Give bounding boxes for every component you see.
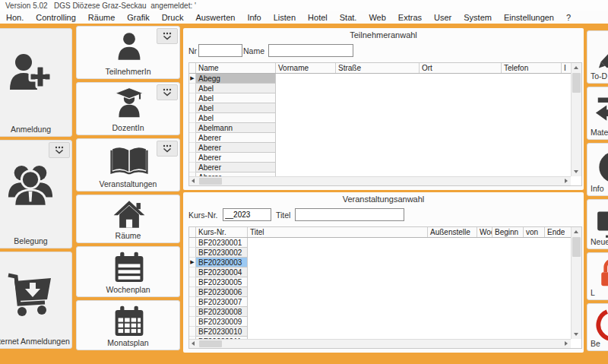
menu-item[interactable]: User (428, 11, 458, 24)
table-row[interactable]: BF20230009 (189, 317, 581, 327)
table-row[interactable]: BF20230004 (189, 267, 581, 277)
teilnehmer-vertical-scrollbar[interactable] (571, 63, 581, 176)
open-book-icon (110, 145, 148, 179)
header-beginn[interactable]: Beginn (492, 227, 524, 237)
menu-item[interactable]: Stat. (334, 11, 363, 24)
table-row[interactable]: Abelmann (189, 123, 581, 133)
table-row[interactable]: BF20230010 (189, 327, 581, 337)
header-von[interactable]: von (524, 227, 545, 237)
veranstaltung-table: Kurs-Nr. Titel Außenstelle Woc Beginn vo… (188, 226, 582, 349)
menu-item[interactable]: Räume (82, 11, 121, 24)
menu-item[interactable]: System (458, 11, 498, 24)
header-vorname[interactable]: Vorname (276, 63, 336, 73)
table-row[interactable]: Aberer (189, 133, 581, 143)
menu-item[interactable]: Listen (268, 11, 302, 24)
header-titel[interactable]: Titel (248, 227, 428, 237)
menu-item[interactable]: Info (241, 11, 267, 24)
nav-label-monatsplan: Monatsplan (77, 338, 179, 347)
table-row[interactable]: Aberer (189, 163, 581, 173)
menu-item[interactable]: Einstellungen (498, 11, 560, 24)
table-row[interactable]: BF20230001 (189, 238, 581, 248)
nav-anmeldung-button[interactable]: Anmeldung (0, 28, 72, 137)
teilnehmerin-dropdown-button[interactable] (157, 28, 178, 44)
scrollbar-thumb[interactable] (199, 340, 222, 347)
nav-internet-anmeldungen-button[interactable]: Internet Anmeldungen (0, 252, 72, 349)
header-aussenstelle[interactable]: Außenstelle (428, 227, 477, 237)
table-row[interactable]: Abel (189, 84, 581, 93)
nav-wochenplan-button[interactable]: Wochenplan (76, 246, 180, 297)
scroll-down-arrow[interactable] (572, 167, 581, 176)
header-wochentag[interactable]: Woc (477, 227, 492, 237)
table-row[interactable]: Aberer (189, 153, 581, 163)
scrollbar-thumb[interactable] (572, 237, 581, 257)
header-strasse[interactable]: Straße (336, 63, 420, 73)
header-ende[interactable]: Ende (545, 227, 565, 237)
menu-item[interactable]: Controlling (30, 11, 82, 24)
kursnr-input[interactable] (223, 208, 271, 221)
name-input[interactable] (268, 44, 353, 57)
nav-monatsplan-button[interactable]: Monatsplan (76, 300, 180, 350)
nav-lock-button[interactable]: L (587, 252, 608, 300)
veranstaltung-vertical-scrollbar[interactable] (571, 227, 581, 339)
menu-item[interactable]: Hotel (302, 11, 334, 24)
table-row[interactable]: BF20230008 (189, 307, 581, 317)
monitor-icon (595, 209, 608, 241)
scrollbar-thumb[interactable] (572, 73, 581, 93)
header-ort[interactable]: Ort (420, 63, 502, 73)
header-kursnr[interactable]: Kurs-Nr. (196, 227, 248, 237)
table-row[interactable]: Abel (189, 103, 581, 113)
menu-bar: Hon.ControllingRäumeGrafikDruckAuswerten… (0, 11, 608, 24)
nav-info-button[interactable]: Info (587, 143, 608, 196)
table-row[interactable]: Aberer (189, 143, 581, 153)
table-row[interactable]: Abel (189, 93, 581, 103)
nav-teilnehmerin-button[interactable]: TeilnehmerIn (76, 26, 180, 79)
table-row[interactable]: BF20230005 (189, 277, 581, 287)
scrollbar-thumb[interactable] (199, 178, 222, 185)
kursnr-label: Kurs-Nr. (188, 210, 218, 220)
menu-item[interactable]: ? (560, 11, 577, 24)
table-row[interactable]: BF20230007 (189, 297, 581, 307)
teilnehmer-horizontal-scrollbar[interactable] (189, 176, 571, 185)
dozentin-dropdown-button[interactable] (157, 84, 178, 100)
row-kursnr-cell: BF20230003 (196, 258, 248, 267)
scroll-up-arrow[interactable] (572, 63, 581, 72)
menu-item[interactable]: Extras (392, 11, 428, 24)
row-marker (189, 258, 196, 267)
row-marker (189, 123, 196, 133)
belegung-dropdown-button[interactable] (49, 142, 70, 158)
menu-item[interactable]: Web (363, 11, 391, 24)
row-marker (189, 327, 196, 337)
row-name-cell: Abelmann (196, 123, 276, 133)
scroll-down-arrow[interactable] (572, 330, 581, 339)
menu-item[interactable]: Grafik (121, 11, 155, 24)
header-name[interactable]: Name (196, 63, 276, 73)
scroll-up-arrow[interactable] (572, 227, 581, 236)
table-row[interactable]: BF20230002 (189, 248, 581, 258)
menu-item[interactable]: Druck (156, 11, 190, 24)
titel-input[interactable] (295, 208, 404, 221)
nav-dozentin-button[interactable]: DozentIn (76, 82, 180, 135)
header-telefon[interactable]: Telefon (502, 63, 562, 73)
scroll-left-arrow[interactable] (189, 340, 198, 348)
teilnehmer-panel: Teilnehmeranwahl Nr Name Name Vorname St… (183, 28, 584, 190)
nav-material-button[interactable]: Mater (587, 87, 608, 140)
menu-item[interactable]: Hon. (0, 11, 30, 24)
nr-input[interactable] (198, 44, 242, 57)
scroll-left-arrow[interactable] (189, 177, 198, 185)
veranstaltung-horizontal-scrollbar[interactable] (189, 339, 571, 348)
table-row[interactable]: BF20230003 (189, 258, 581, 267)
veranstaltungen-dropdown-button[interactable] (157, 141, 178, 157)
nav-beenden-button[interactable]: Be (587, 303, 608, 351)
table-row[interactable]: BF20230006 (189, 287, 581, 297)
nav-veranstaltungen-button[interactable]: Veranstaltungen (76, 138, 180, 191)
nav-neue-button[interactable]: Neue (587, 199, 608, 249)
menu-item[interactable]: Auswerten (189, 11, 241, 24)
nav-raeume-button[interactable]: Räume (76, 195, 180, 243)
table-row[interactable]: Abegg (189, 74, 581, 84)
nav-belegung-button[interactable]: Belegung (0, 140, 72, 248)
nav-todo-button[interactable]: To-D (587, 30, 608, 84)
row-name-cell: Abel (196, 84, 276, 93)
scroll-right-arrow[interactable] (562, 177, 571, 185)
scroll-right-arrow[interactable] (562, 340, 571, 348)
table-row[interactable]: Abel (189, 113, 581, 123)
